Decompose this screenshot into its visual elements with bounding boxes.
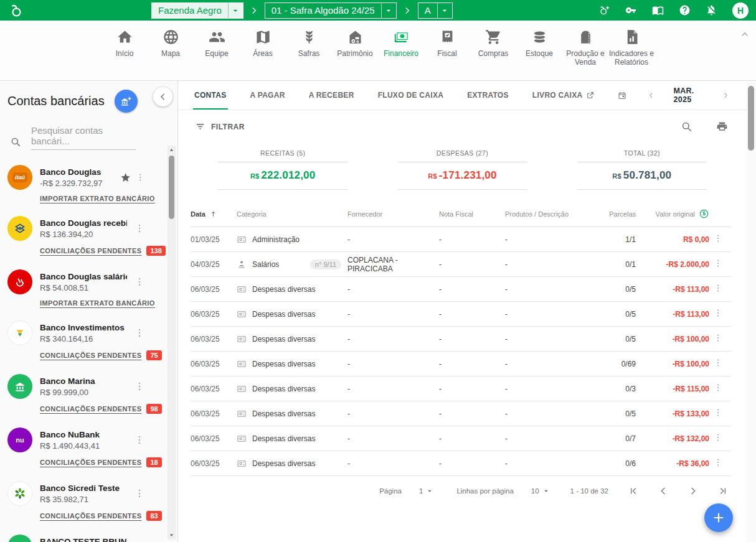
filter-button[interactable]: FILTRAR: [195, 121, 245, 132]
bank-account-item[interactable]: Banco InvestimentosR$ 340.164,16CONCILIA…: [7, 314, 177, 368]
pending-reconciliations-link[interactable]: CONCILIAÇÕES PENDENTES: [40, 512, 141, 520]
bank-account-row[interactable]: nuBanco NuBankR$ 1.490.443,41: [7, 428, 177, 452]
bank-account-row[interactable]: itaúBanco Douglas-R$ 2.329.732,97: [7, 165, 177, 190]
bank-account-item[interactable]: BANCO TESTE BRUNAR$ 4.459,51: [7, 528, 177, 542]
add-transaction-fab[interactable]: [704, 503, 733, 532]
column-header-nota-fiscal[interactable]: Nota Fiscal: [439, 210, 501, 218]
help-icon[interactable]: [679, 4, 691, 16]
next-page-button[interactable]: [688, 486, 698, 496]
account-menu-icon[interactable]: [134, 276, 145, 287]
nav-item-indicadores-e-relatorios[interactable]: Indicadores e Relatórios: [608, 29, 654, 67]
tab-fluxo-de-caixa[interactable]: FLUXO DE CAIXA: [378, 81, 444, 110]
farm-selector-caret[interactable]: [228, 3, 243, 18]
sidebar-scrollbar[interactable]: [168, 146, 176, 540]
row-menu-icon[interactable]: [713, 432, 723, 442]
account-menu-icon[interactable]: [134, 488, 145, 499]
bank-account-row[interactable]: BANCO TESTE BRUNAR$ 4.459,51: [7, 535, 177, 542]
favorite-star-icon[interactable]: [120, 172, 131, 184]
bank-account-row[interactable]: Banco Douglas recebime...R$ 136.394,20: [7, 216, 177, 241]
row-menu-icon[interactable]: [713, 383, 723, 393]
sort-ascending-icon[interactable]: [209, 210, 217, 218]
bank-account-item[interactable]: Banco Sicredi TesteR$ 35.982,71CONCILIAÇ…: [7, 475, 177, 528]
avatar[interactable]: H: [732, 2, 749, 19]
season-selector-caret[interactable]: [381, 3, 396, 18]
bank-account-row[interactable]: Banco Sicredi TesteR$ 35.982,71: [7, 481, 177, 506]
aegro-add-icon[interactable]: [598, 4, 610, 16]
row-menu-icon[interactable]: [713, 457, 723, 467]
pending-reconciliations-link[interactable]: CONCILIAÇÕES PENDENTES: [40, 352, 141, 359]
row-menu-icon[interactable]: [713, 358, 723, 368]
table-row[interactable]: 06/03/25Despesas diversas---0/5-R$ 100,0…: [191, 327, 730, 352]
nav-item-mapa[interactable]: Mapa: [148, 29, 194, 58]
import-statement-link[interactable]: IMPORTAR EXTRATO BANCÁRIO: [40, 195, 155, 202]
nav-item-fiscal[interactable]: Fiscal: [424, 29, 470, 58]
pending-reconciliations-link[interactable]: CONCILIAÇÕES PENDENTES: [40, 247, 141, 255]
nav-item-compras[interactable]: Compras: [470, 29, 516, 58]
nav-item-areas[interactable]: Áreas: [240, 29, 286, 58]
first-page-button[interactable]: [628, 486, 638, 496]
account-menu-icon[interactable]: [134, 327, 145, 339]
row-menu-icon[interactable]: [713, 408, 723, 418]
search-input[interactable]: Pesquisar contas bancári...: [10, 125, 169, 150]
book-icon[interactable]: [652, 4, 664, 16]
collapse-nav-button[interactable]: [740, 29, 750, 39]
pending-reconciliations-link[interactable]: CONCILIAÇÕES PENDENTES: [40, 405, 141, 413]
bank-account-item[interactable]: nuBanco NuBankR$ 1.490.443,41CONCILIAÇÕE…: [7, 421, 177, 475]
account-menu-icon[interactable]: [134, 434, 145, 446]
column-header-categoria[interactable]: Categoria: [237, 210, 344, 218]
bank-account-item[interactable]: Banco MarinaR$ 99.999,00CONCILIAÇÕES PEN…: [7, 368, 177, 421]
tab-a-receber[interactable]: A RECEBER: [309, 81, 354, 110]
table-row[interactable]: 06/03/25Despesas diversas---0/3-R$ 115,0…: [191, 376, 730, 401]
sidebar-collapse-button[interactable]: [153, 87, 172, 106]
table-row[interactable]: 06/03/25Despesas diversas---0/5-R$ 133,0…: [191, 401, 730, 426]
bank-account-row[interactable]: Banco Douglas salário Ti...R$ 54.008,51: [7, 269, 177, 294]
column-header-valor-original[interactable]: Valor original$: [640, 208, 709, 219]
nav-item-equipe[interactable]: Equipe: [194, 29, 240, 58]
import-statement-link[interactable]: IMPORTAR EXTRATO BANCÁRIO: [40, 299, 155, 307]
scroll-up-icon[interactable]: [168, 146, 176, 154]
pending-reconciliations-link[interactable]: CONCILIAÇÕES PENDENTES: [40, 459, 141, 466]
nav-item-producao-e-venda[interactable]: Produção e Venda: [562, 29, 608, 67]
last-page-button[interactable]: [718, 486, 728, 496]
rows-per-page-select[interactable]: 10: [531, 487, 550, 495]
row-menu-icon[interactable]: [713, 333, 723, 343]
nav-item-safras[interactable]: Safras: [286, 29, 332, 58]
bank-account-item[interactable]: Banco Douglas salário Ti...R$ 54.008,51I…: [7, 263, 177, 314]
nav-item-inicio[interactable]: Início: [102, 29, 148, 58]
nav-item-patrimonio[interactable]: Patrimônio: [332, 29, 378, 58]
next-month-button[interactable]: [722, 91, 729, 100]
page-select[interactable]: 1: [419, 487, 434, 495]
season-selector[interactable]: 01 - Safra Algodão 24/25: [265, 2, 397, 19]
print-icon[interactable]: [716, 121, 728, 133]
notifications-off-icon[interactable]: [706, 4, 717, 16]
bank-account-item[interactable]: itaúBanco Douglas-R$ 2.329.732,97IMPORTA…: [7, 159, 177, 210]
tab-a-pagar[interactable]: A PAGAR: [250, 81, 285, 110]
account-menu-icon[interactable]: [135, 172, 145, 183]
column-header-fornecedor[interactable]: Fornecedor: [347, 210, 435, 218]
table-row[interactable]: 04/03/25Saláriosn° 9/11COPLACANA - PIRAC…: [191, 252, 730, 277]
row-menu-icon[interactable]: [713, 233, 723, 243]
row-menu-icon[interactable]: [713, 308, 723, 318]
account-menu-icon[interactable]: [134, 381, 145, 392]
row-menu-icon[interactable]: [713, 258, 723, 268]
tab-extratos[interactable]: EXTRATOS: [467, 81, 509, 110]
previous-month-button[interactable]: [648, 91, 654, 100]
account-menu-icon[interactable]: [134, 223, 145, 234]
column-header-parcelas[interactable]: Parcelas: [596, 210, 636, 218]
scroll-down-icon[interactable]: [168, 531, 176, 540]
table-row[interactable]: 06/03/25Despesas diversas---0/5-R$ 113,0…: [191, 277, 730, 302]
sidebar-scrollbar-thumb[interactable]: [169, 156, 174, 219]
tab-livro-caixa[interactable]: LIVRO CAIXA: [532, 81, 595, 110]
table-search-icon[interactable]: [681, 121, 692, 133]
row-menu-icon[interactable]: [713, 283, 723, 293]
page-scrollbar-thumb[interactable]: [748, 86, 754, 151]
nav-item-estoque[interactable]: Estoque: [516, 29, 562, 58]
table-row[interactable]: 06/03/25Despesas diversas---0/69-R$ 100,…: [191, 352, 730, 376]
column-header-data[interactable]: Data: [191, 210, 233, 218]
bank-account-item[interactable]: Banco Douglas recebime...R$ 136.394,20CO…: [7, 210, 177, 263]
previous-page-button[interactable]: [658, 486, 668, 496]
page-scrollbar[interactable]: [747, 81, 756, 542]
nav-item-financeiro[interactable]: Financeiro: [378, 29, 424, 58]
column-header-produtos-descricao[interactable]: Produtos / Descrição: [505, 210, 592, 218]
table-row[interactable]: 06/03/25Despesas diversas---0/5-R$ 113,0…: [191, 302, 730, 327]
